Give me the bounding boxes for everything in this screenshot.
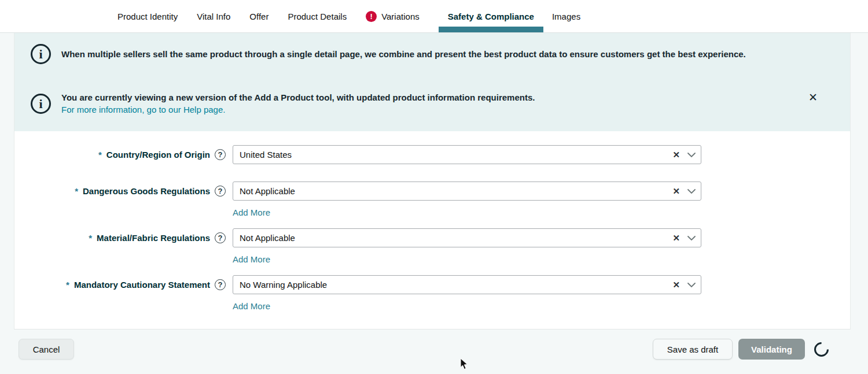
selected-value: United States bbox=[240, 150, 695, 160]
error-icon: ! bbox=[366, 11, 377, 22]
tab-label: Variations bbox=[381, 12, 420, 21]
footer-right-actions: Save as draft Validating bbox=[653, 339, 829, 360]
help-icon[interactable]: ? bbox=[215, 279, 226, 290]
chevron-down-icon[interactable] bbox=[687, 150, 696, 160]
info-message-text: When multiple sellers sell the same prod… bbox=[61, 49, 746, 60]
selected-value: Not Applicable bbox=[240, 186, 695, 196]
info-message-new-version: i You are currently viewing a new versio… bbox=[31, 92, 834, 116]
tab-safety-compliance[interactable]: Safety & Compliance bbox=[439, 0, 543, 32]
tab-label: Images bbox=[552, 12, 580, 21]
tab-vital-info[interactable]: Vital Info bbox=[197, 0, 230, 32]
help-icon[interactable]: ? bbox=[215, 149, 226, 160]
clear-icon[interactable]: ✕ bbox=[672, 234, 680, 242]
field-label: Mandatory Cautionary Statement bbox=[74, 280, 210, 290]
clear-icon[interactable]: ✕ bbox=[672, 280, 680, 289]
selected-value: Not Applicable bbox=[240, 233, 695, 243]
required-asterisk: * bbox=[75, 186, 78, 196]
required-asterisk: * bbox=[98, 150, 102, 160]
cautionary-statement-select[interactable]: No Warning Applicable ✕ bbox=[233, 275, 701, 294]
tab-images[interactable]: Images bbox=[552, 0, 580, 32]
info-message-text: You are currently viewing a new version … bbox=[61, 92, 535, 102]
field-label-group: * Mandatory Cautionary Statement ? bbox=[14, 275, 226, 294]
field-value-group: Not Applicable ✕ Add More bbox=[233, 182, 701, 218]
field-label-group: * Country/Region of Origin ? bbox=[14, 145, 226, 164]
clear-icon[interactable]: ✕ bbox=[672, 187, 680, 195]
country-origin-select[interactable]: United States ✕ bbox=[233, 145, 701, 164]
add-more-link[interactable]: Add More bbox=[233, 302, 270, 311]
cancel-button[interactable]: Cancel bbox=[19, 339, 74, 360]
material-fabric-select[interactable]: Not Applicable ✕ bbox=[233, 228, 701, 247]
safety-compliance-form: * Country/Region of Origin ? United Stat… bbox=[14, 131, 850, 329]
tab-offer[interactable]: Offer bbox=[249, 0, 269, 32]
help-page-link[interactable]: For more information, go to our Help pag… bbox=[61, 104, 225, 116]
close-icon[interactable]: ✕ bbox=[807, 92, 819, 103]
info-message-combined-listing: i When multiple sellers sell the same pr… bbox=[31, 44, 834, 64]
dangerous-goods-select[interactable]: Not Applicable ✕ bbox=[233, 182, 701, 201]
tab-label: Product Details bbox=[288, 12, 347, 21]
tab-variations[interactable]: ! Variations bbox=[366, 0, 420, 32]
required-asterisk: * bbox=[89, 233, 92, 243]
tab-label: Safety & Compliance bbox=[448, 12, 534, 21]
chevron-down-icon[interactable] bbox=[687, 187, 696, 196]
chevron-down-icon[interactable] bbox=[687, 234, 696, 243]
tab-product-details[interactable]: Product Details bbox=[288, 0, 347, 32]
field-label: Country/Region of Origin bbox=[106, 150, 210, 160]
info-icon: i bbox=[31, 94, 51, 114]
tab-bar: Product Identity Vital Info Offer Produc… bbox=[0, 0, 868, 33]
field-row-dangerous-goods: * Dangerous Goods Regulations ? Not Appl… bbox=[14, 182, 850, 218]
save-as-draft-button[interactable]: Save as draft bbox=[653, 339, 733, 360]
info-banner: i When multiple sellers sell the same pr… bbox=[14, 33, 850, 131]
help-icon[interactable]: ? bbox=[215, 186, 226, 197]
field-value-group: United States ✕ bbox=[233, 145, 701, 164]
add-more-link[interactable]: Add More bbox=[233, 255, 270, 264]
clear-icon[interactable]: ✕ bbox=[672, 150, 680, 159]
mouse-cursor bbox=[460, 358, 468, 370]
field-label: Material/Fabric Regulations bbox=[97, 233, 210, 243]
field-value-group: Not Applicable ✕ Add More bbox=[233, 228, 701, 265]
loading-spinner bbox=[811, 339, 832, 359]
required-asterisk: * bbox=[66, 280, 69, 290]
field-row-cautionary-statement: * Mandatory Cautionary Statement ? No Wa… bbox=[14, 275, 850, 312]
info-icon: i bbox=[31, 44, 51, 64]
tab-product-identity[interactable]: Product Identity bbox=[117, 0, 178, 32]
field-row-country-origin: * Country/Region of Origin ? United Stat… bbox=[14, 145, 850, 164]
field-value-group: No Warning Applicable ✕ Add More bbox=[233, 275, 701, 312]
add-more-link[interactable]: Add More bbox=[233, 208, 270, 217]
field-row-material-fabric: * Material/Fabric Regulations ? Not Appl… bbox=[14, 228, 850, 265]
footer-actions: Cancel Save as draft Validating bbox=[0, 329, 868, 360]
selected-value: No Warning Applicable bbox=[240, 280, 695, 290]
tab-label: Offer bbox=[249, 12, 269, 21]
tab-label: Product Identity bbox=[117, 12, 178, 21]
field-label-group: * Material/Fabric Regulations ? bbox=[14, 228, 226, 247]
help-icon[interactable]: ? bbox=[215, 232, 226, 243]
field-label: Dangerous Goods Regulations bbox=[83, 186, 210, 196]
tab-label: Vital Info bbox=[197, 12, 230, 21]
safety-compliance-panel: i When multiple sellers sell the same pr… bbox=[14, 33, 851, 329]
field-label-group: * Dangerous Goods Regulations ? bbox=[14, 182, 226, 201]
validating-button[interactable]: Validating bbox=[738, 339, 805, 360]
chevron-down-icon[interactable] bbox=[687, 280, 696, 290]
